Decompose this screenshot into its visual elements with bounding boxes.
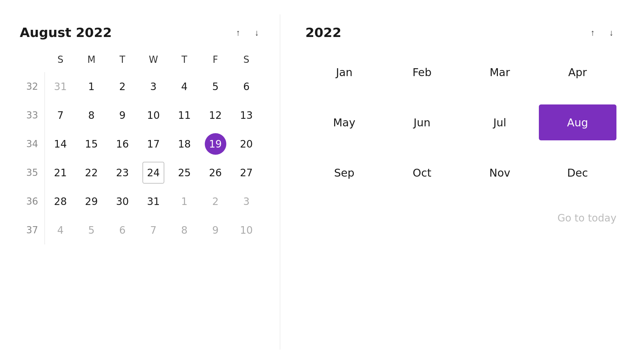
- day-number: 4: [50, 219, 71, 241]
- day-number: 2: [205, 191, 226, 212]
- cal-day-36-2[interactable]: 30: [107, 187, 138, 216]
- cal-day-37-2[interactable]: 6: [107, 216, 138, 244]
- cal-day-35-1[interactable]: 22: [76, 158, 107, 187]
- day-number: 5: [205, 76, 226, 97]
- go-to-today-button[interactable]: Go to today: [305, 212, 616, 224]
- day-number: 8: [80, 104, 102, 126]
- day-number: 10: [236, 219, 257, 241]
- cal-day-32-4[interactable]: 4: [169, 72, 200, 101]
- week-number-33: 33: [20, 101, 45, 130]
- cal-day-36-4[interactable]: 1: [169, 187, 200, 216]
- cal-day-33-0[interactable]: 7: [45, 101, 76, 130]
- day-number: 7: [143, 219, 164, 241]
- cal-day-37-5[interactable]: 9: [200, 216, 231, 244]
- cal-day-32-3[interactable]: 3: [138, 72, 169, 101]
- day-number: 31: [143, 191, 164, 212]
- day-number: 20: [236, 133, 257, 155]
- day-number: 17: [143, 133, 164, 155]
- cal-day-32-5[interactable]: 5: [200, 72, 231, 101]
- cal-day-33-3[interactable]: 10: [138, 101, 169, 130]
- cal-day-35-0[interactable]: 21: [45, 158, 76, 187]
- cal-day-35-2[interactable]: 23: [107, 158, 138, 187]
- day-number: 26: [205, 162, 226, 183]
- day-number: 25: [174, 162, 195, 183]
- dow-friday: F: [200, 51, 231, 72]
- day-number: 1: [80, 76, 102, 97]
- dow-sunday: S: [45, 51, 76, 72]
- cal-day-37-0[interactable]: 4: [45, 216, 76, 244]
- day-number: 12: [205, 104, 226, 126]
- month-jul[interactable]: Jul: [461, 104, 539, 140]
- year-header: 2022 ↑ ↓: [305, 25, 616, 40]
- dow-thursday: T: [169, 51, 200, 72]
- cal-day-34-4[interactable]: 18: [169, 130, 200, 158]
- day-number: 4: [174, 76, 195, 97]
- day-number: 23: [112, 162, 133, 183]
- cal-day-34-6[interactable]: 20: [231, 130, 262, 158]
- cal-day-34-1[interactable]: 15: [76, 130, 107, 158]
- day-number: 14: [50, 133, 71, 155]
- year-nav-up-button[interactable]: ↑: [588, 26, 598, 39]
- month-nav-down-button[interactable]: ↓: [252, 26, 262, 39]
- month-sep[interactable]: Sep: [305, 155, 383, 191]
- cal-day-32-2[interactable]: 2: [107, 72, 138, 101]
- month-jun[interactable]: Jun: [383, 104, 461, 140]
- day-number: 1: [174, 191, 195, 212]
- day-number: 27: [236, 162, 257, 183]
- cal-day-36-3[interactable]: 31: [138, 187, 169, 216]
- day-number: 21: [50, 162, 71, 183]
- cal-day-36-5[interactable]: 2: [200, 187, 231, 216]
- day-number: 10: [143, 104, 164, 126]
- day-number: 22: [80, 162, 102, 183]
- cal-day-32-6[interactable]: 6: [231, 72, 262, 101]
- year-nav-down-button[interactable]: ↓: [606, 26, 616, 39]
- month-aug[interactable]: Aug: [539, 104, 617, 140]
- month-jan[interactable]: Jan: [305, 54, 383, 90]
- month-may[interactable]: May: [305, 104, 383, 140]
- day-number: 9: [112, 104, 133, 126]
- week-number-34: 34: [20, 130, 45, 158]
- cal-day-33-5[interactable]: 12: [200, 101, 231, 130]
- cal-day-35-3[interactable]: 24: [138, 158, 169, 187]
- cal-day-36-6[interactable]: 3: [231, 187, 262, 216]
- cal-day-33-6[interactable]: 13: [231, 101, 262, 130]
- cal-day-34-5[interactable]: 19: [200, 130, 231, 158]
- cal-day-37-3[interactable]: 7: [138, 216, 169, 244]
- cal-day-33-1[interactable]: 8: [76, 101, 107, 130]
- month-dec[interactable]: Dec: [539, 155, 617, 191]
- month-feb[interactable]: Feb: [383, 54, 461, 90]
- cal-day-37-4[interactable]: 8: [169, 216, 200, 244]
- dow-monday: M: [76, 51, 107, 72]
- cal-day-35-4[interactable]: 25: [169, 158, 200, 187]
- month-nav-arrows: ↑ ↓: [233, 26, 262, 39]
- day-number: 13: [236, 104, 257, 126]
- cal-day-34-0[interactable]: 14: [45, 130, 76, 158]
- month-apr[interactable]: Apr: [539, 54, 617, 90]
- month-nov[interactable]: Nov: [461, 155, 539, 191]
- day-number: 9: [205, 219, 226, 241]
- cal-day-36-0[interactable]: 28: [45, 187, 76, 216]
- cal-day-34-3[interactable]: 17: [138, 130, 169, 158]
- cal-day-35-6[interactable]: 27: [231, 158, 262, 187]
- cal-day-37-6[interactable]: 10: [231, 216, 262, 244]
- year-title: 2022: [305, 25, 341, 40]
- cal-day-33-2[interactable]: 9: [107, 101, 138, 130]
- month-nav-up-button[interactable]: ↑: [233, 26, 243, 39]
- cal-day-32-1[interactable]: 1: [76, 72, 107, 101]
- month-oct[interactable]: Oct: [383, 155, 461, 191]
- day-number: 2: [112, 76, 133, 97]
- cal-day-37-1[interactable]: 5: [76, 216, 107, 244]
- day-number: 18: [174, 133, 195, 155]
- cal-day-33-4[interactable]: 11: [169, 101, 200, 130]
- dow-tuesday: T: [107, 51, 138, 72]
- day-number: 6: [236, 76, 257, 97]
- year-nav-arrows: ↑ ↓: [588, 26, 616, 39]
- calendar-container: August 2022 ↑ ↓ S M T W T F S 3231123456…: [0, 0, 638, 364]
- cal-day-34-2[interactable]: 16: [107, 130, 138, 158]
- cal-day-32-0[interactable]: 31: [45, 72, 76, 101]
- cal-day-35-5[interactable]: 26: [200, 158, 231, 187]
- month-mar[interactable]: Mar: [461, 54, 539, 90]
- day-number: 16: [112, 133, 133, 155]
- cal-day-36-1[interactable]: 29: [76, 187, 107, 216]
- month-title: August 2022: [20, 25, 112, 40]
